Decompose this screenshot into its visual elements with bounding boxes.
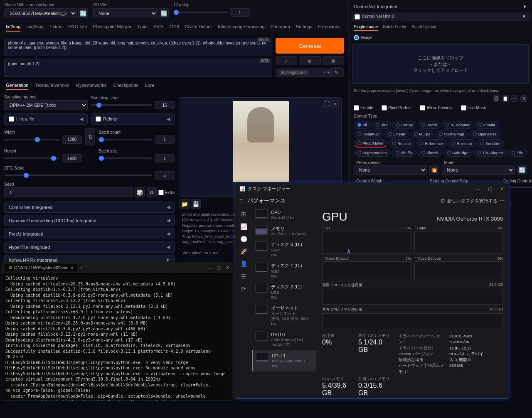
tab-train[interactable]: Train [137,24,148,32]
cn-drop-zone[interactable]: ここに画像をドロップ - または - クリックしてアップロード [352,44,529,84]
batchcount-value[interactable] [155,135,175,144]
newtask-icon[interactable]: ⊞ [441,198,445,204]
maximize-icon[interactable]: ▢ [487,186,493,192]
subtab-generation[interactable]: Generation [6,81,28,90]
style-dropdown[interactable]: MyNegative × × ▾ ✎ [276,68,344,77]
tab-dropdown-icon[interactable]: ˅ [85,265,88,270]
tab-iib[interactable]: Infinite image browsing [218,24,265,32]
tm-sidebar-item[interactable]: CPU9% 4.43 GHz [252,207,316,223]
terminal-tab[interactable]: ⧉C:\WINDOWS\system32\cmd× [5,264,77,271]
cn-type-ipadapter[interactable]: IP-Adapter [442,121,473,129]
folder-icon[interactable]: 📁 [180,199,190,209]
steps-value[interactable] [155,101,175,109]
extra-seed-check[interactable] [158,190,164,195]
tm-nav-processes-icon[interactable]: ⊞ [240,210,247,218]
close-icon[interactable]: × [331,100,339,108]
graph-copy-label[interactable]: ˅ Copy [414,226,426,230]
tm-nav-startup-icon[interactable]: 🚀 [240,248,247,255]
cfg-slider[interactable] [4,175,152,176]
cn-type-recolor[interactable]: Recolor [389,139,415,148]
tm-nav-history-icon[interactable]: 🕐 [240,235,247,243]
tm-sidebar-item[interactable]: ディスク 0 (D:)SSD0% [252,239,316,260]
accordion-dynthresh[interactable]: DynamicThresholding (CFG-Fix) Integrated… [4,215,175,226]
minimize-icon[interactable]: — [207,265,212,270]
clear-icon[interactable]: 🗑 [299,56,320,65]
close-tab-icon[interactable]: × [71,266,74,270]
checkpoint-select[interactable]: SDXL\9527DetailRealistic_v30.safetensors… [4,8,77,18]
cn-model-select[interactable]: None [442,165,515,175]
cn-allowpreview[interactable]: Allow Preview [420,105,452,111]
maximize-icon[interactable]: ▢ [217,265,221,270]
refresh-checkpoint-icon[interactable]: 🔄 [78,8,88,18]
clipskip-value[interactable] [230,8,250,17]
positive-prompt[interactable]: photo of a japanese woman, like a k-pop … [4,38,272,56]
chevron-left-icon[interactable]: ◀ [167,116,170,122]
cn-type-depth[interactable]: Depth [418,121,441,129]
batchcount-slider[interactable] [99,139,152,140]
cn-tool-icon[interactable]: ⇅ [520,95,527,102]
cn-explode-icon[interactable]: 💥 [429,165,439,175]
tab-ckptmerger[interactable]: Checkpoint Merger [93,24,131,32]
cn-type-sketch[interactable]: Sketch [418,149,442,157]
refresh-vae-icon[interactable]: 🔄 [159,8,169,18]
tm-sidebar-item[interactable]: イーサネットイーサネット送信: 96.0 受信: 56.0 Kb [252,302,316,329]
style-chip[interactable]: MyNegative × [278,70,309,75]
graph-3d-label[interactable]: ˅ 3D [322,226,330,230]
subtab-ti[interactable]: Textual Inversion [35,81,69,90]
cn-type-canny[interactable]: Canny [392,121,416,129]
cn-tab-upload[interactable]: Batch Upload [411,25,436,31]
subtab-lora[interactable]: Lora [145,81,154,90]
cn-preproc-select[interactable]: None [354,165,427,175]
edit-styles-icon[interactable]: ✎ [331,67,341,77]
tm-sidebar-item[interactable]: GPU 1NVIDIA GeForce R...0% [252,350,316,371]
width-slider[interactable] [4,139,59,140]
tm-sidebar-item[interactable]: ディスク 2 (E:)USB0% [252,281,316,302]
newtask-label[interactable]: 新しいタスクを実行する [447,198,498,204]
cn-type-instantid[interactable]: Instant-ID [354,130,383,138]
negative-prompt[interactable]: (open mouth:1.2), 8/75 [4,59,272,77]
batchsize-value[interactable] [155,154,175,162]
cn-type-reference[interactable]: Reference [416,139,447,148]
tab-civitai[interactable]: Civitai Helper [185,24,212,32]
cn-type-blur[interactable]: Blur [372,121,392,129]
cn-type-inpaint[interactable]: Inpaint [475,121,499,129]
tab-pnginfo[interactable]: PNG Info [68,24,87,32]
cn-tool-icon[interactable]: 📋 [502,95,509,102]
cn-pixelperfect[interactable]: Pixel Perfect [382,105,411,111]
hiresfix-check[interactable] [9,116,14,122]
accordion-freeu[interactable]: FreeU Integrated◀ [4,228,175,239]
cn-type-photomaker[interactable]: PhotoMaker [354,139,387,148]
cn-tool-icon[interactable]: ↔ [511,95,518,102]
height-slider[interactable] [4,157,59,159]
recycle-icon[interactable]: ♻ [147,187,157,197]
batchsize-slider[interactable] [99,157,152,159]
cn-type-tile[interactable]: Tile [508,149,527,157]
generate-button[interactable]: Generate [276,38,344,54]
seed-input[interactable] [4,187,133,197]
cn-refresh-icon[interactable]: 🔄 [517,165,527,175]
subtab-ckpts[interactable]: Checkpoints [113,81,138,90]
fullscreen-icon[interactable]: ⛶ [323,100,330,108]
cn-type-segmentation[interactable]: Segmentation [354,149,391,157]
accordion-hypertile[interactable]: HyperTile Integrated◀ [4,241,175,253]
accordion-controlnet[interactable]: ControlNet Integrated◀ [4,202,175,213]
dice-icon[interactable]: 🎲 [135,187,145,197]
tab-svd[interactable]: SVD [153,24,163,32]
cn-type-softedge[interactable]: SoftEdge [443,149,472,157]
cn-type-shuffle[interactable]: Shuffle [392,149,416,157]
cn-type-t2i[interactable]: T2I-Adapter [473,149,507,157]
tab-settings[interactable]: Settings [296,24,313,32]
cn-type-mlsd[interactable]: MLSD [410,130,433,138]
tm-nav-details-icon[interactable]: ☰ [240,273,247,280]
tm-sidebar-item[interactable]: メモリ20.5/31.2 GB (66%) [252,223,316,239]
minimize-icon[interactable]: — [475,186,481,192]
tab-extras[interactable]: Extras [49,24,62,32]
graph-venc-label[interactable]: ˅ Video Encode [322,256,348,261]
graph-vdec-label[interactable]: ˅ Video Decode [414,256,441,261]
menu-icon[interactable]: ☰ [239,198,244,204]
chevron-left-icon[interactable]: ◀ [80,116,83,122]
cn-type-lineart[interactable]: Lineart [384,130,409,138]
cn-tab-single[interactable]: Single Image [354,25,378,31]
tab-txt2img[interactable]: txt2img [6,24,20,32]
cn-type-openpose[interactable]: OpenPose [469,130,500,138]
